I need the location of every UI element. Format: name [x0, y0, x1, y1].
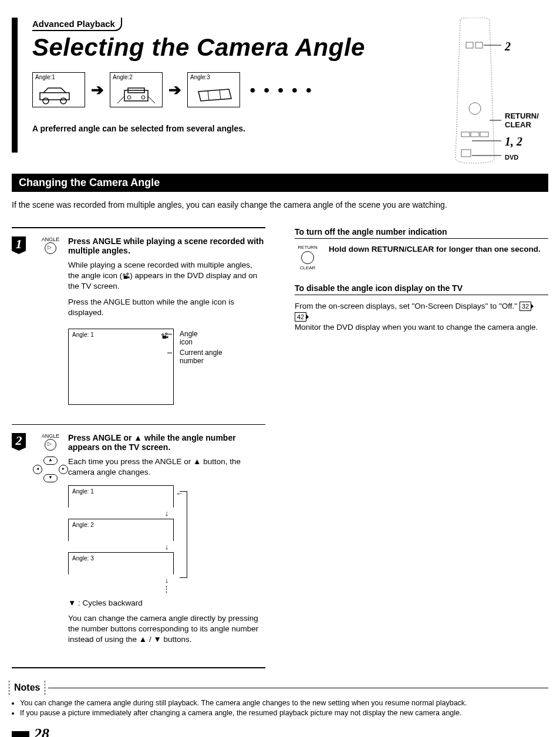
svg-line-10	[220, 90, 221, 100]
divider	[12, 424, 265, 425]
turn-off-row: RETURN CLEAR Hold down RETURN/CLEAR for …	[295, 245, 548, 271]
step-1-heading: Press ANGLE while playing a scene record…	[68, 236, 265, 255]
divider	[12, 227, 265, 228]
page-number: 28	[34, 725, 49, 737]
down-arrow-icon: ↓	[68, 542, 265, 551]
notes-label: Notes	[12, 682, 42, 693]
right-button-icon: ▸	[59, 465, 68, 474]
angle-box-3: Angle:3	[187, 72, 240, 107]
current-angle-callout: Current angle number	[180, 349, 232, 365]
header-row: Advanced Playback Selecting the Camera A…	[12, 18, 548, 167]
header-block: Advanced Playback Selecting the Camera A…	[32, 18, 448, 133]
angle-cycle-diagram: Angle: 1 ↓ Angle: 2 ↓ Angle: 3 ↓⋮ ←	[68, 485, 265, 593]
two-column-area: 1 ANGLE Press ANGLE while playing a scen…	[12, 227, 548, 668]
down-arrow-icon: ↓⋮	[68, 576, 265, 593]
svg-point-13	[469, 103, 481, 114]
angle-example-strip: Angle:1 ➔ Angle:2	[32, 72, 448, 107]
cycles-backward-text: ▼ : Cycles backward	[68, 598, 265, 608]
step-1-display-wrap: Angle: 1 📽 Angle icon Current angle numb…	[68, 323, 174, 405]
clear-label: CLEAR	[295, 265, 321, 271]
section-tag: Advanced Playback	[32, 18, 122, 31]
down-button-icon: ▼	[43, 474, 58, 482]
left-arrow-icon: ←	[176, 489, 184, 498]
return-label: RETURN	[295, 245, 321, 250]
svg-line-9	[208, 90, 209, 100]
svg-rect-17	[461, 150, 471, 157]
page-title: Selecting the Camera Angle	[32, 33, 448, 62]
note-item: If you pause a picture immediately after…	[20, 709, 548, 717]
svg-point-5	[127, 96, 131, 99]
svg-line-7	[117, 96, 124, 103]
svg-rect-14	[461, 132, 470, 137]
disable-paragraph: From the on-screen displays, set "On-Scr…	[295, 301, 548, 333]
notes-header-row: Notes	[12, 682, 548, 693]
step-2-number: 2	[12, 433, 26, 451]
remote-icon	[448, 18, 501, 164]
display-box-label: Angle: 1	[72, 332, 94, 338]
angle-button-label: ANGLE	[33, 433, 68, 439]
column-right: To turn off the angle number indication …	[295, 227, 548, 668]
svg-rect-16	[480, 132, 488, 137]
step-2-heading: Press ANGLE or ▲ while the angle number …	[68, 433, 265, 452]
column-left: 1 ANGLE Press ANGLE while playing a scen…	[12, 227, 265, 668]
cycle-bracket	[180, 491, 187, 578]
down-arrow-icon: ↓	[68, 509, 265, 518]
section-heading-bar: Changing the Camera Angle	[12, 174, 548, 192]
notes-list: You can change the camera angle during s…	[12, 699, 548, 717]
camera-icon: 📽	[161, 332, 168, 340]
angle-list-2: Angle: 2	[68, 519, 174, 541]
arrow-icon: ➔	[168, 81, 181, 99]
svg-rect-11	[466, 42, 473, 48]
svg-point-6	[141, 96, 145, 99]
remote-diagram: 2 RETURN/ CLEAR 1, 2 DVD	[448, 18, 548, 167]
angle-list-1: Angle: 1	[68, 485, 174, 508]
step-1-display-box: Angle: 1 📽	[68, 329, 174, 405]
page-ref-42: 42	[295, 312, 306, 322]
left-button-icon: ◂	[33, 465, 42, 474]
turn-off-text: Hold down RETURN/CLEAR for longer than o…	[329, 245, 541, 271]
svg-point-2	[60, 98, 66, 104]
svg-line-8	[148, 96, 155, 103]
car-side-icon	[35, 84, 82, 106]
page-number-row: 28	[12, 725, 548, 737]
step-1-body: Press ANGLE while playing a scene record…	[68, 236, 265, 407]
dpad-icons: ▲ ◂ ▸ ▼	[33, 457, 68, 482]
remote-callout-2: 2	[505, 40, 511, 53]
camera-icon: 📽	[122, 271, 130, 282]
step-1-number: 1	[12, 236, 26, 254]
svg-rect-15	[471, 132, 479, 137]
return-clear-icon: RETURN CLEAR	[295, 245, 321, 271]
remote-callout-dvd: DVD	[505, 154, 518, 161]
svg-rect-12	[475, 42, 483, 48]
divider	[12, 667, 265, 668]
angle-box-2-label: Angle:2	[113, 74, 133, 80]
notes-line	[48, 688, 548, 688]
up-button-icon: ▲	[43, 457, 58, 465]
step-2-p1: Each time you press the ANGLE or ▲ butto…	[68, 457, 265, 478]
angle-box-3-label: Angle:3	[190, 74, 210, 80]
step-1-p2: Press the ANGLE button while the angle i…	[68, 297, 265, 318]
intro-text: If the scene was recorded from multiple …	[12, 200, 548, 209]
step-1-icons: ANGLE	[33, 236, 68, 407]
side-accent-bar	[12, 18, 18, 153]
car-front-icon	[113, 84, 160, 106]
step-2-body: Press ANGLE or ▲ while the angle number …	[68, 433, 265, 650]
angle-box-1: Angle:1	[32, 72, 85, 107]
step-2-icons: ANGLE ▲ ◂ ▸ ▼	[33, 433, 68, 650]
svg-point-1	[43, 98, 49, 104]
angle-box-1-label: Angle:1	[35, 74, 55, 80]
car-top-icon	[190, 84, 237, 106]
page-number-bar	[12, 731, 29, 737]
preferred-text: A preferred angle can be selected from s…	[32, 124, 448, 133]
angle-list-3: Angle: 3	[68, 552, 174, 574]
angle-icon-callout: Angle icon	[180, 330, 198, 346]
step-1-p1: While playing a scene recorded with mult…	[68, 260, 265, 292]
angle-button-icon	[45, 242, 56, 254]
ellipsis-dots: ● ● ● ● ●	[249, 84, 314, 96]
step-2-p2: You can change the camera angle directly…	[68, 613, 265, 645]
circle-button-icon	[301, 251, 314, 264]
page-ref-32: 32	[519, 302, 531, 311]
note-item: You can change the camera angle during s…	[20, 699, 548, 707]
angle-button-icon	[45, 439, 56, 451]
remote-callout-12: 1, 2	[505, 135, 522, 148]
